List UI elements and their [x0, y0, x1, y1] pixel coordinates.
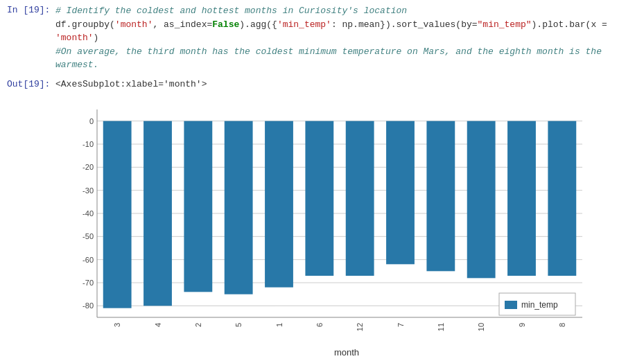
code-line-2: df.groupby('month', as_index=False).agg(… — [55, 18, 637, 45]
code-plain-6: ) — [94, 33, 99, 43]
notebook-cell: In [19]: # Identify the coldest and hott… — [0, 0, 644, 359]
cell-input-label: In [19]: — [7, 4, 55, 15]
code-plain-2: , as_index= — [153, 19, 212, 30]
code-comment-1: # Identify the coldest and hottest month… — [55, 6, 407, 16]
cell-input: In [19]: # Identify the coldest and hott… — [0, 0, 644, 76]
code-plain-1: df.groupby( — [55, 19, 115, 30]
chart-container — [55, 96, 596, 359]
code-kw-1: False — [212, 19, 239, 30]
code-comment-2: #On average, the third month has the col… — [55, 46, 602, 71]
output-text: <AxesSubplot:xlabel='month'> — [55, 79, 207, 89]
code-line-3: #On average, the third month has the col… — [55, 45, 637, 72]
code-plain-3: ).agg({ — [239, 19, 277, 30]
output-label: Out[19]: — [7, 79, 55, 89]
code-str-2: 'min_temp' — [277, 19, 331, 30]
code-plain-5: ).plot.bar(x = — [532, 19, 607, 30]
cell-output: Out[19]: <AxesSubplot:xlabel='month'> — [0, 76, 644, 92]
code-str-4: 'month' — [55, 33, 94, 43]
cell-code: # Identify the coldest and hottest month… — [55, 4, 637, 72]
code-plain-4: : np.mean}).sort_values(by= — [331, 19, 478, 30]
code-str-1: 'month' — [115, 19, 153, 30]
code-str-3: "min_temp" — [478, 19, 532, 30]
bar-chart — [55, 96, 596, 359]
code-line-1: # Identify the coldest and hottest month… — [55, 4, 637, 18]
